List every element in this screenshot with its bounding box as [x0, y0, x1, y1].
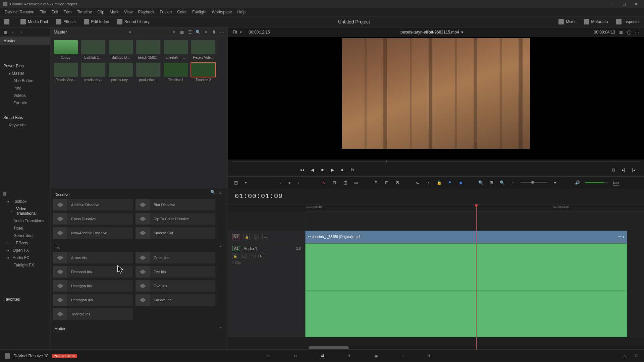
- menu-file[interactable]: File: [37, 8, 49, 16]
- zoom-out-icon[interactable]: −: [510, 180, 516, 186]
- smartbin-item[interactable]: Keywords: [0, 121, 50, 129]
- play-button[interactable]: ▶: [329, 167, 335, 173]
- fairlight-page-icon[interactable]: ♪: [399, 353, 406, 359]
- settings-icon[interactable]: ⚙: [633, 353, 639, 359]
- goto-start-button[interactable]: ⏮: [299, 167, 305, 173]
- match-frame-icon[interactable]: ⊡: [610, 167, 616, 173]
- transition-item[interactable]: Blur Dissolve: [136, 199, 215, 210]
- menu-fusion[interactable]: Fusion: [157, 8, 174, 16]
- flag-icon[interactable]: ⚑: [447, 180, 453, 186]
- viewer-mode-icon[interactable]: ▦: [619, 30, 623, 35]
- link-icon[interactable]: ⚯: [425, 180, 431, 186]
- transition-item[interactable]: Square Iris: [136, 294, 215, 306]
- cat-toolbox[interactable]: ▾Toolbox: [0, 198, 50, 205]
- custom-zoom-icon[interactable]: 🔍: [499, 180, 505, 186]
- deliver-page-icon[interactable]: ✈: [426, 353, 433, 359]
- bin-master[interactable]: Master: [0, 37, 50, 45]
- snapping-icon[interactable]: ⊂: [415, 180, 421, 186]
- thumb-view-icon[interactable]: ▦: [179, 30, 184, 35]
- playhead[interactable]: [476, 204, 477, 349]
- video-clip[interactable]: ⚯ cheetah_-_53486 (Original).mp4〰 ◆: [305, 231, 627, 243]
- search-icon[interactable]: 🔍: [196, 30, 200, 35]
- timeline-view-icon[interactable]: ▤: [233, 180, 239, 186]
- dim-button[interactable]: DIM: [613, 180, 619, 186]
- mute-button[interactable]: M: [258, 253, 264, 259]
- bin-fwd-icon[interactable]: ›: [19, 30, 23, 35]
- media-thumb[interactable]: pexels-tary...: [109, 63, 133, 82]
- home-icon[interactable]: ⌂: [621, 353, 628, 359]
- next-edit-icon[interactable]: ▸|: [621, 167, 627, 173]
- edit-page-icon[interactable]: ▤: [319, 353, 326, 359]
- eff-more-icon[interactable]: ⋯: [218, 190, 223, 194]
- menu-edit[interactable]: Edit: [49, 8, 61, 16]
- fusion-page-icon[interactable]: ✦: [346, 353, 353, 359]
- nav-marker-icon[interactable]: ●: [287, 180, 292, 185]
- transition-item[interactable]: Cross Iris: [136, 252, 215, 263]
- cat-effects[interactable]: › Effects: [0, 239, 50, 247]
- media-thumb[interactable]: Timeline 2: [191, 63, 215, 82]
- blade-tool-icon[interactable]: ▭: [353, 180, 359, 186]
- metadata-view-icon[interactable]: ≡: [171, 30, 176, 35]
- dropdown-icon[interactable]: ▾: [204, 30, 208, 35]
- menu-clip[interactable]: Clip: [95, 8, 107, 16]
- nav-next-icon[interactable]: ›: [297, 180, 301, 185]
- media-thumb[interactable]: Bathtub Q...: [109, 40, 133, 59]
- transition-item[interactable]: Hexagon Iris: [53, 280, 133, 292]
- dynamic-trim-icon[interactable]: ◫: [342, 180, 348, 186]
- sound-library-button[interactable]: Sound Library: [113, 16, 154, 27]
- trim-tool-icon[interactable]: ⊟: [331, 180, 337, 186]
- cat-favorites[interactable]: Favorites: [0, 296, 50, 303]
- fit-dropdown-icon[interactable]: ▾: [238, 30, 243, 35]
- cat-titles[interactable]: Titles: [0, 225, 50, 232]
- auto-select-icon[interactable]: ◯: [253, 234, 259, 240]
- powerbin-item[interactable]: Fortnite: [0, 99, 50, 107]
- solo-button[interactable]: S: [250, 253, 256, 259]
- stop-button[interactable]: ■: [319, 167, 325, 173]
- maximize-button[interactable]: ▢: [619, 0, 630, 8]
- media-thumb[interactable]: Bathtub O...: [81, 40, 105, 59]
- media-page-icon[interactable]: ▭: [265, 353, 272, 359]
- nav-prev-icon[interactable]: ‹: [278, 180, 282, 185]
- viewer-bypass-icon[interactable]: ◯: [627, 30, 631, 35]
- overwrite-icon[interactable]: ⊡: [384, 180, 390, 186]
- v1-track-header[interactable]: V1 🔒 ◯ ▭: [228, 231, 305, 243]
- powerbin-item[interactable]: ▾ Master: [0, 70, 50, 77]
- collapse-icon[interactable]: ⌃: [219, 326, 222, 331]
- eff-search-icon[interactable]: 🔍: [210, 190, 215, 194]
- viewer-more-icon[interactable]: ⋯: [635, 30, 639, 35]
- bin-back-icon[interactable]: ‹: [11, 30, 15, 35]
- powerbin-item[interactable]: Intro: [0, 84, 50, 92]
- media-thumb[interactable]: cheetah_-_...: [164, 40, 188, 59]
- menu-playback[interactable]: Playback: [135, 8, 157, 16]
- edit-index-button[interactable]: Edit Index: [80, 16, 113, 27]
- media-thumb[interactable]: Pexels Vide...: [54, 63, 78, 82]
- media-thumb[interactable]: Timeline 1: [164, 63, 188, 82]
- sort-icon[interactable]: ⇅: [212, 30, 216, 35]
- video-frame[interactable]: [342, 38, 530, 149]
- menu-color[interactable]: Color: [174, 8, 190, 16]
- volume-slider[interactable]: [585, 182, 608, 183]
- effects-button[interactable]: Effects: [52, 16, 79, 27]
- step-fwd-button[interactable]: ⏭: [339, 167, 345, 173]
- cat-audiofx[interactable]: ▾Audio FX: [0, 254, 50, 261]
- a1-track-header[interactable]: A1 Audio 1 2.0 🔒 ◯ S M 1 Clip: [228, 243, 305, 337]
- mixer-button[interactable]: Mixer: [554, 16, 580, 27]
- a-lock-icon[interactable]: 🔒: [232, 253, 238, 259]
- zoom-in-icon[interactable]: +: [552, 180, 558, 186]
- a-auto-icon[interactable]: ◯: [241, 253, 247, 259]
- lock-track-icon[interactable]: 🔒: [244, 234, 250, 240]
- group-iris[interactable]: Iris: [54, 245, 60, 250]
- menu-fairlight[interactable]: Fairlight: [190, 8, 209, 16]
- insert-icon[interactable]: ⊞: [373, 180, 379, 186]
- list-view-icon[interactable]: ☰: [187, 30, 192, 35]
- viewer-fit[interactable]: Fit: [233, 30, 237, 35]
- disable-track-icon[interactable]: ▭: [262, 234, 268, 240]
- menu-mark[interactable]: Mark: [107, 8, 121, 16]
- transition-item[interactable]: Triangle Iris: [53, 308, 133, 320]
- selection-tool-icon[interactable]: ↖: [321, 180, 327, 186]
- view-dropdown-icon[interactable]: ▾: [244, 180, 248, 185]
- viewer-clipname[interactable]: pexels-taryn-elliott-9683115.mp4 ▾: [270, 30, 594, 35]
- bin-list-icon[interactable]: ▦: [3, 30, 7, 35]
- transition-item[interactable]: Cross Dissolve: [53, 213, 133, 225]
- menu-workspace[interactable]: Workspace: [209, 8, 235, 16]
